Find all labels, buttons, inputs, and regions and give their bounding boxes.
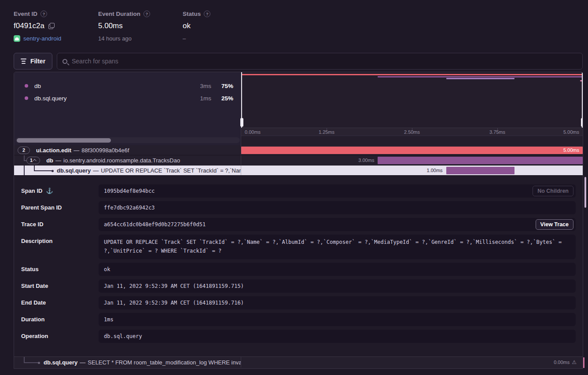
minimap-left-handle[interactable]: [241, 72, 242, 128]
children-count-badge-expanded[interactable]: 1: [26, 157, 40, 164]
filter-button-label: Filter: [30, 58, 45, 65]
detail-row-end-date: End Date Jan 11, 2022 9:52:39 AM CET (16…: [21, 296, 576, 309]
horizontal-scrollbar-track[interactable]: [15, 137, 240, 143]
span-row-title-cell: db.sql.query — SELECT * FROM room_table_…: [14, 357, 241, 368]
span-id-value: 1095bd4ef8e94bcc: [104, 188, 155, 194]
minimap-right-handle[interactable]: [582, 72, 583, 128]
end-date-value: Jan 11, 2022 9:52:39 AM CET (1641891159.…: [104, 300, 244, 306]
span-duration-label: 1.00ms: [427, 165, 443, 175]
span-row-title-cell: db.sql.query — UPDATE OR REPLACE `Track`…: [14, 165, 241, 175]
ops-breakdown-row[interactable]: db.sql.query 1ms 25%: [14, 92, 241, 104]
detail-row-trace-id: Trace ID a654cc61dc0b48ef9d0b27275b6f0d5…: [21, 218, 576, 231]
time-axis: 0.00ms1.25ms2.50ms3.75ms5.00ms: [241, 128, 583, 136]
op-color-dot: [25, 84, 28, 88]
no-children-button: No Children: [533, 186, 573, 196]
trace-minimap[interactable]: [241, 72, 583, 128]
children-count-badge[interactable]: 2: [18, 147, 30, 154]
event-id-column: Event ID ? f0491c2a sentry-android: [14, 11, 61, 42]
filter-button[interactable]: Filter: [14, 53, 52, 70]
detail-label: Status: [21, 263, 99, 276]
detail-label: Parent Span ID: [21, 201, 99, 214]
event-duration-column: Event Duration ? 5.00ms 14 hours ago: [98, 11, 150, 42]
detail-row-operation: Operation db.sql.query: [21, 330, 576, 343]
description-value: UPDATE OR REPLACE `Track` SET `TrackId` …: [104, 238, 570, 256]
span-duration-label: 3.00ms: [358, 155, 374, 165]
vertical-scrollbar-thumb[interactable]: [584, 177, 586, 208]
parent-span-id-value: ffe7dbc92a6942c3: [104, 205, 155, 211]
detail-value-box: ffe7dbc92a6942c3: [99, 201, 576, 214]
duration-value: 1ms: [104, 316, 114, 323]
minimap-span-line: [378, 76, 583, 77]
span-operation: db: [46, 157, 53, 164]
event-duration-value: 5.00ms: [98, 22, 150, 30]
span-row-db[interactable]: 1 db — io.sentry.android.roomsample.data…: [14, 155, 583, 165]
op-color-dot: [25, 96, 28, 100]
event-duration-text: 5.00ms: [98, 22, 123, 30]
start-date-value: Jan 11, 2022 9:52:39 AM CET (1641891159.…: [104, 283, 244, 289]
search-icon: [62, 59, 67, 64]
chevron-up-icon: [33, 159, 36, 162]
axis-tick-label: 0.00ms: [245, 129, 261, 135]
op-name: db.sql.query: [34, 95, 67, 102]
span-row-ui-action-edit[interactable]: 2 ui.action.edit — 88f300998a0b4e6f 5.00…: [14, 145, 583, 155]
axis-understrip: [241, 136, 583, 145]
axis-tick-label: 5.00ms: [563, 129, 579, 135]
android-platform-icon: [14, 35, 20, 42]
span-description: SELECT * FROM room_table_modification_lo…: [88, 359, 241, 366]
detail-row-parent-span-id: Parent Span ID ffe7dbc92a6942c3: [21, 201, 576, 214]
op-name: db: [34, 83, 41, 89]
separator: —: [74, 147, 79, 154]
span-operation: ui.action.edit: [36, 147, 71, 154]
event-duration-label: Event Duration ?: [98, 11, 150, 17]
span-row-title-cell: 2 ui.action.edit — 88f300998a0b4e6f: [14, 145, 241, 155]
separator: —: [93, 167, 99, 174]
span-bar-cell: 3.00ms: [241, 155, 583, 165]
help-icon[interactable]: ?: [143, 11, 150, 17]
detail-value-box: db.sql.query: [99, 330, 576, 343]
axis-tick-mark: [497, 128, 498, 130]
span-duration-bar[interactable]: [241, 147, 583, 154]
operation-value: db.sql.query: [104, 333, 142, 339]
project-row: sentry-android: [14, 35, 61, 42]
horizontal-scrollbar-thumb[interactable]: [17, 138, 111, 143]
span-duration-bar[interactable]: [446, 167, 514, 174]
detail-row-status: Status ok: [21, 263, 576, 276]
view-trace-button[interactable]: View Trace: [536, 219, 573, 230]
warning-icon: ⚠: [572, 357, 577, 368]
anchor-icon[interactable]: ⚓: [46, 188, 53, 195]
span-duration-bar[interactable]: [378, 157, 583, 164]
span-description: io.sentry.android.roomsample.data.Tracks…: [63, 157, 180, 164]
op-percent: 25%: [218, 95, 233, 102]
status-sub-text: –: [183, 35, 186, 42]
detail-label: End Date: [21, 296, 99, 309]
axis-tick-mark: [327, 128, 327, 130]
span-detail-panel: Span ID ⚓ 1095bd4ef8e94bcc No Children P…: [14, 176, 583, 357]
event-id-value: f0491c2a: [14, 22, 61, 30]
span-row-db-sql-query-selected[interactable]: db.sql.query — UPDATE OR REPLACE `Track`…: [14, 165, 583, 176]
event-age-text: 14 hours ago: [98, 35, 132, 42]
axis-tick-mark: [412, 128, 412, 130]
help-icon[interactable]: ?: [204, 11, 210, 17]
span-row-select-query[interactable]: db.sql.query — SELECT * FROM room_table_…: [14, 357, 583, 368]
detail-label: Start Date: [21, 279, 99, 293]
detail-value-box: ok: [99, 263, 576, 276]
status-value: ok: [104, 266, 110, 272]
span-operation: db.sql.query: [44, 359, 77, 366]
copy-icon[interactable]: [48, 23, 55, 29]
ops-breakdown-row[interactable]: db 3ms 75%: [14, 80, 241, 92]
event-id-text: f0491c2a: [14, 22, 44, 30]
span-operation: db.sql.query: [57, 167, 91, 174]
span-detail-page: Event ID ? f0491c2a sentry-android Event…: [0, 0, 588, 375]
minimap-section: db 3ms 75% db.sql.query 1ms 25%: [14, 72, 583, 145]
minimap-span-line: [446, 78, 514, 79]
detail-value-box: a654cc61dc0b48ef9d0b27275b6f0d51 View Tr…: [99, 218, 576, 231]
span-description: UPDATE OR REPLACE `Track` SET `TrackId` …: [101, 167, 241, 174]
trace-view-container: db 3ms 75% db.sql.query 1ms 25%: [14, 72, 583, 369]
span-duration-label: 5.00ms: [563, 145, 579, 155]
search-input[interactable]: [72, 58, 577, 65]
filter-icon: [21, 59, 26, 64]
project-link[interactable]: sentry-android: [23, 35, 61, 42]
span-bar-cell: 5.00ms: [241, 145, 583, 155]
span-search-container: [57, 53, 583, 70]
help-icon[interactable]: ?: [40, 11, 47, 17]
